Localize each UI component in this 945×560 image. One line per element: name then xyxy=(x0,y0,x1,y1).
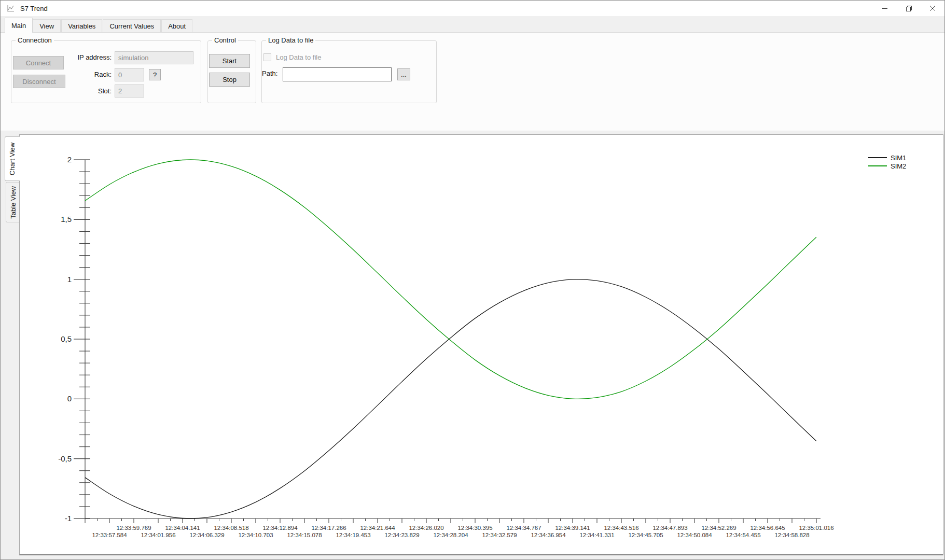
x-tick-label: 12:34:30.395 xyxy=(457,525,492,531)
connection-groupbox: Connection Connect Disconnect IP address… xyxy=(11,40,201,103)
x-tick-label: 12:34:58.828 xyxy=(774,532,809,538)
window-title: S7 Trend xyxy=(20,1,48,16)
side-tab-table-view[interactable]: Table View xyxy=(6,182,20,222)
x-tick-label: 12:34:12.894 xyxy=(262,525,298,531)
x-tick-label: 12:34:08.518 xyxy=(214,525,248,531)
side-tab-chart-view[interactable]: Chart View xyxy=(5,136,20,181)
chart-legend: SIM1SIM2 xyxy=(868,153,906,170)
log-data-checkbox-label: Log Data to file xyxy=(276,53,321,61)
rack-field[interactable] xyxy=(115,68,144,81)
x-tick-label: 12:34:01.956 xyxy=(141,532,175,538)
legend-item-sim2: SIM2 xyxy=(868,162,906,170)
y-tick-label: 0 xyxy=(67,394,72,403)
x-tick-label: 12:34:28.204 xyxy=(433,532,468,538)
log-data-checkbox[interactable] xyxy=(263,53,271,61)
x-tick-label: 12:34:52.269 xyxy=(701,525,736,531)
control-groupbox: Control Start Stop xyxy=(207,40,256,103)
restore-button[interactable] xyxy=(897,1,921,16)
app-trend-icon xyxy=(7,4,15,12)
x-tick-label: 12:34:17.266 xyxy=(311,525,346,531)
rack-help-button[interactable]: ? xyxy=(149,69,161,80)
rack-label: Rack: xyxy=(74,71,112,78)
app-window: S7 Trend MainViewVariablesCurrent Values… xyxy=(0,0,945,560)
browse-button[interactable]: ... xyxy=(397,68,410,80)
x-tick-label: 12:33:57.584 xyxy=(92,532,127,538)
tab-main[interactable]: Main xyxy=(5,18,33,33)
x-tick-label: 12:34:41.331 xyxy=(579,532,614,538)
ip-address-field[interactable] xyxy=(115,51,193,64)
y-tick-label: -1 xyxy=(65,514,72,523)
y-tick-label: 1,5 xyxy=(61,215,72,223)
tab-about[interactable]: About xyxy=(161,19,192,32)
connect-button[interactable]: Connect xyxy=(13,56,64,69)
slot-field[interactable] xyxy=(115,85,144,97)
log-groupbox: Log Data to file Log Data to file Path: … xyxy=(261,40,437,103)
disconnect-button[interactable]: Disconnect xyxy=(13,75,65,88)
x-tick-label: 12:35:01.016 xyxy=(799,525,833,531)
x-tick-label: 12:34:32.579 xyxy=(482,532,517,538)
minimize-button[interactable] xyxy=(873,1,897,16)
y-tick-label: 2 xyxy=(67,155,72,164)
y-tick-label: -0,5 xyxy=(58,454,72,463)
chart-panel: 21,510,50-0,5-112:33:57.58412:33:59.7691… xyxy=(19,134,943,555)
y-tick-label: 1 xyxy=(67,275,72,284)
control-group-title: Control xyxy=(212,36,238,44)
side-tab-label: Chart View xyxy=(9,142,17,175)
x-tick-label: 12:34:06.329 xyxy=(189,532,224,538)
tab-current-values[interactable]: Current Values xyxy=(103,19,161,32)
x-tick-label: 12:34:10.703 xyxy=(238,532,273,538)
x-tick-label: 12:34:34.767 xyxy=(506,525,541,531)
x-tick-label: 12:34:19.453 xyxy=(336,532,370,538)
ip-address-label: IP address: xyxy=(61,53,112,61)
path-label: Path: xyxy=(262,69,277,77)
slot-label: Slot: xyxy=(74,87,112,95)
legend-line-swatch xyxy=(868,157,887,158)
x-tick-label: 12:33:59.769 xyxy=(116,525,151,531)
y-major-ticks: 21,510,50-0,5-1 xyxy=(58,155,90,523)
close-button[interactable] xyxy=(921,1,944,16)
connection-group-title: Connection xyxy=(16,36,54,44)
x-tick-label: 12:34:43.516 xyxy=(604,525,638,531)
stop-button[interactable]: Stop xyxy=(209,73,250,87)
legend-label: SIM2 xyxy=(891,162,906,170)
series-sim1 xyxy=(85,279,816,519)
legend-line-swatch xyxy=(868,165,887,166)
x-tick-label: 12:34:45.705 xyxy=(628,532,663,538)
restore-icon xyxy=(906,5,912,12)
side-tab-label: Table View xyxy=(9,186,17,219)
x-tick-labels: 12:33:57.58412:33:59.76912:34:01.95612:3… xyxy=(92,525,833,538)
legend-item-sim1: SIM1 xyxy=(868,153,906,162)
x-tick-label: 12:34:04.141 xyxy=(165,525,200,531)
x-tick-label: 12:34:21.644 xyxy=(360,525,395,531)
y-tick-label: 0,5 xyxy=(61,334,72,343)
start-button[interactable]: Start xyxy=(209,54,250,68)
tab-variables[interactable]: Variables xyxy=(61,19,102,32)
x-tick-label: 12:34:15.078 xyxy=(287,532,322,538)
x-tick-label: 12:34:23.829 xyxy=(384,532,419,538)
series-sim2 xyxy=(85,160,816,399)
path-field[interactable] xyxy=(283,67,392,81)
trend-chart: 21,510,50-0,5-112:33:57.58412:33:59.7691… xyxy=(20,135,943,554)
minimize-icon xyxy=(882,5,888,11)
x-ticks xyxy=(85,519,816,523)
title-bar: S7 Trend xyxy=(1,1,944,16)
x-tick-label: 12:34:47.893 xyxy=(652,525,687,531)
x-tick-label: 12:34:54.455 xyxy=(726,532,760,538)
tab-strip: MainViewVariablesCurrent ValuesAbout xyxy=(1,16,944,33)
x-tick-label: 12:34:39.141 xyxy=(555,525,590,531)
x-tick-label: 12:34:56.645 xyxy=(750,525,785,531)
main-tab-page: Connection Connect Disconnect IP address… xyxy=(1,33,944,131)
x-tick-label: 12:34:50.084 xyxy=(677,532,712,538)
x-tick-label: 12:34:36.954 xyxy=(531,532,566,538)
log-group-title: Log Data to file xyxy=(266,36,315,44)
close-icon xyxy=(929,5,936,11)
tab-view[interactable]: View xyxy=(33,19,61,32)
x-tick-label: 12:34:26.020 xyxy=(409,525,443,531)
window-controls xyxy=(873,1,944,16)
legend-label: SIM1 xyxy=(891,154,906,162)
chart-view-container: Chart ViewTable View 21,510,50-0,5-112:3… xyxy=(5,134,943,556)
